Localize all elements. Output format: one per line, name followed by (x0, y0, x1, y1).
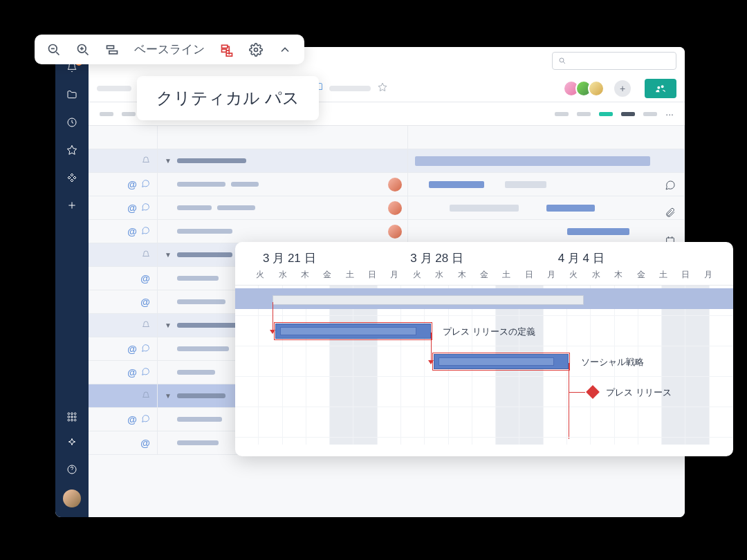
comment-icon[interactable] (141, 413, 150, 426)
svg-point-21 (255, 48, 258, 51)
gantt-bar[interactable] (429, 181, 484, 188)
comment-icon[interactable] (141, 202, 150, 214)
gantt-summary-bar[interactable] (415, 156, 650, 166)
skeleton (177, 417, 222, 422)
task-row[interactable]: @ (89, 196, 685, 220)
comments-panel-icon[interactable] (665, 180, 676, 194)
skeleton (177, 440, 219, 445)
critical-path-button[interactable] (220, 43, 234, 57)
tab[interactable] (621, 112, 635, 116)
skeleton (177, 370, 215, 375)
skeleton (177, 229, 232, 234)
tab[interactable] (100, 112, 113, 116)
dependency-link (431, 333, 432, 362)
mention-icon[interactable]: @ (127, 414, 137, 425)
avatar-group (567, 80, 605, 97)
skeleton (177, 393, 225, 398)
assignee-avatar[interactable] (388, 178, 402, 192)
day-label: 火 (562, 269, 584, 281)
search-input[interactable] (552, 52, 676, 70)
task-row[interactable]: @ (89, 220, 685, 243)
day-label: 木 (607, 269, 629, 281)
day-label: 火 (406, 269, 428, 281)
reminder-icon[interactable] (142, 390, 150, 402)
tab[interactable] (643, 112, 657, 116)
chevron-down-icon[interactable]: ▼ (165, 251, 172, 259)
baseline-icon[interactable] (105, 43, 119, 57)
reminder-icon[interactable] (142, 155, 150, 167)
collapse-button[interactable] (278, 43, 292, 57)
folder-icon[interactable] (66, 88, 78, 101)
tab-active[interactable] (599, 112, 613, 116)
avatar[interactable] (588, 80, 605, 97)
tab[interactable] (555, 112, 569, 116)
gantt-milestone[interactable] (586, 385, 600, 399)
mention-icon[interactable]: @ (127, 179, 137, 190)
share-button[interactable] (645, 79, 676, 98)
mention-icon[interactable]: @ (127, 203, 137, 214)
assignee-avatar[interactable] (388, 225, 402, 239)
group-row[interactable]: ▼ (89, 149, 685, 173)
chevron-down-icon[interactable]: ▼ (165, 157, 172, 165)
user-avatar[interactable] (63, 489, 81, 507)
gantt-task-bar[interactable] (434, 354, 569, 369)
attachment-icon[interactable] (665, 207, 676, 221)
mention-icon[interactable]: @ (140, 438, 150, 449)
chevron-down-icon[interactable]: ▼ (165, 392, 172, 400)
date-major: 3 月 21 日 (263, 250, 410, 266)
day-label: 水 (428, 269, 450, 281)
baseline-label: ベースライン (134, 41, 205, 57)
zoom-in-button[interactable] (76, 43, 90, 57)
more-icon[interactable]: ··· (665, 109, 674, 120)
column-header-row (89, 126, 685, 149)
day-label: 火 (249, 269, 271, 281)
skeleton (177, 276, 219, 281)
reminder-icon[interactable] (142, 319, 150, 332)
mention-icon[interactable]: @ (127, 367, 137, 378)
task-row[interactable]: @ (89, 173, 685, 196)
gantt-bar[interactable] (546, 205, 595, 212)
comment-icon[interactable] (141, 225, 150, 238)
skeleton (177, 346, 229, 351)
recent-icon[interactable] (66, 116, 78, 129)
add-icon[interactable] (66, 199, 78, 212)
gantt-bar[interactable] (450, 205, 519, 212)
chevron-down-icon[interactable]: ▼ (165, 321, 172, 329)
tab[interactable] (122, 112, 136, 116)
add-member-button[interactable]: + (614, 80, 631, 97)
assignee-avatar[interactable] (388, 201, 402, 215)
mention-icon[interactable]: @ (140, 273, 150, 284)
svg-point-5 (71, 416, 73, 418)
gantt-task-bar[interactable] (275, 324, 431, 339)
comment-icon[interactable] (141, 343, 150, 355)
skeleton (177, 205, 212, 210)
zoom-out-button[interactable] (47, 43, 61, 57)
day-label: 月 (540, 269, 562, 281)
reminder-icon[interactable] (142, 249, 150, 261)
settings-button[interactable] (249, 43, 263, 57)
help-icon[interactable] (66, 463, 78, 476)
workspace-icon[interactable] (66, 171, 78, 184)
mention-icon[interactable]: @ (140, 297, 150, 308)
gantt-bar[interactable] (567, 228, 629, 235)
gantt-summary-bar[interactable] (235, 288, 733, 309)
dependency-link (569, 392, 585, 393)
comment-icon[interactable] (141, 178, 150, 191)
tab[interactable] (577, 112, 591, 116)
day-label: 金 (629, 269, 652, 281)
svg-point-6 (74, 416, 76, 418)
ai-icon[interactable] (66, 437, 78, 449)
task-label: プレス リリース (606, 386, 672, 399)
star-icon[interactable] (378, 82, 387, 95)
mention-icon[interactable]: @ (127, 344, 137, 355)
apps-icon[interactable] (66, 411, 78, 423)
svg-rect-19 (222, 49, 227, 52)
gantt-detail-overlay: 3 月 21 日 3 月 28 日 4 月 4 日 火水木金土日月火水木金土日月… (235, 242, 733, 456)
mention-icon[interactable]: @ (127, 226, 137, 237)
favorites-icon[interactable] (66, 144, 78, 156)
day-label: 金 (473, 269, 495, 281)
svg-point-2 (71, 413, 73, 415)
comment-icon[interactable] (141, 366, 150, 379)
skeleton (177, 158, 246, 163)
gantt-bar[interactable] (505, 181, 546, 188)
